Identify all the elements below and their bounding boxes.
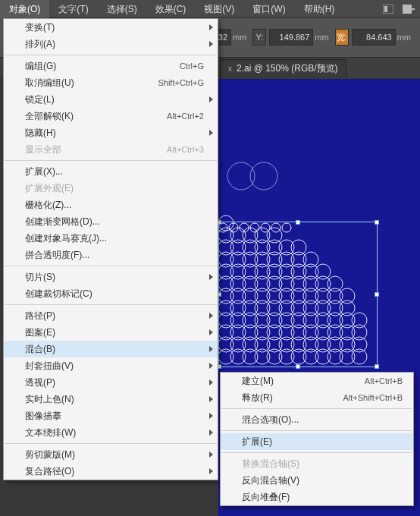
menu-item-label: 封套扭曲(V) [25, 360, 74, 373]
object-menu-item[interactable]: 路径(P) [4, 307, 218, 324]
menu-separator [5, 160, 217, 161]
object-menu-item[interactable]: 隐藏(H) [4, 124, 218, 141]
chevron-right-icon [209, 363, 213, 369]
shortcut-label: Alt+Shift+Ctrl+B [343, 393, 403, 402]
object-menu-item[interactable]: 编组(G)Ctrl+G [4, 58, 218, 74]
y-value[interactable]: 149.867 [269, 29, 313, 46]
menu-item-label: 释放(R) [242, 392, 273, 404]
object-menu-item[interactable]: 创建对象马赛克(J)... [4, 230, 218, 247]
chevron-right-icon [209, 313, 213, 319]
menu-item-label: 反向堆叠(F) [242, 491, 290, 504]
object-menu-item[interactable]: 创建渐变网格(D)... [4, 213, 218, 230]
svg-point-3 [227, 162, 255, 190]
menu-select[interactable]: 选择(S) [98, 0, 146, 18]
menu-item-label: 反向混合轴(V) [242, 474, 299, 487]
blend-submenu-item[interactable]: 建立(M)Alt+Ctrl+B [221, 373, 413, 389]
width-label: 宽: [335, 29, 349, 46]
blend-submenu-item[interactable]: 扩展(E) [221, 433, 413, 450]
menu-item-label: 创建对象马赛克(J)... [25, 232, 107, 245]
dropdown-icon[interactable] [400, 2, 418, 17]
menu-item-label: 创建渐变网格(D)... [25, 216, 100, 228]
blend-submenu-item: 替换混合轴(S) [221, 455, 413, 472]
chevron-right-icon [209, 468, 213, 474]
menu-separator [5, 266, 217, 266]
object-menu-item[interactable]: 拼合透明度(F)... [4, 247, 218, 263]
menu-separator [5, 304, 217, 305]
object-menu-item[interactable]: 取消编组(U)Shift+Ctrl+G [4, 74, 218, 91]
object-menu-item[interactable]: 封套扭曲(V) [4, 357, 218, 374]
chevron-right-icon [209, 41, 213, 47]
menu-item-label: 全部解锁(K) [25, 110, 74, 123]
menu-item-label: 混合(B) [25, 343, 55, 356]
handle-bm[interactable] [296, 364, 300, 369]
svg-point-4 [250, 162, 277, 190]
menu-item-label: 创建裁切标记(C) [25, 288, 92, 300]
menu-item-label: 编组(G) [25, 60, 56, 73]
handle-br[interactable] [375, 364, 379, 369]
menu-item-label: 路径(P) [25, 310, 55, 322]
object-menu-item[interactable]: 切片(S) [4, 269, 218, 285]
menu-object[interactable]: 对象(O) [0, 0, 49, 18]
object-menu-item[interactable]: 栅格化(Z)... [4, 197, 218, 213]
menu-item-label: 拼合透明度(F)... [25, 249, 89, 262]
menu-item-label: 图案(E) [25, 326, 55, 339]
menu-type[interactable]: 文字(T) [49, 0, 97, 18]
object-menu-item[interactable]: 创建裁切标记(C) [4, 285, 218, 302]
object-menu-item[interactable]: 扩展(X)... [4, 163, 218, 180]
chevron-right-icon [209, 396, 213, 402]
object-menu-item[interactable]: 图像描摹 [4, 407, 218, 424]
blend-submenu-item[interactable]: 释放(R)Alt+Shift+Ctrl+B [221, 389, 413, 406]
blend-submenu-item[interactable]: 反向混合轴(V) [221, 472, 413, 489]
object-menu-item[interactable]: 全部解锁(K)Alt+Ctrl+2 [4, 108, 218, 124]
handle-tm[interactable] [296, 220, 300, 225]
menu-separator [221, 452, 412, 453]
shortcut-label: Shift+Ctrl+G [158, 78, 204, 87]
object-menu-item[interactable]: 文本绕排(W) [4, 424, 218, 441]
shortcut-label: Alt+Ctrl+3 [167, 145, 204, 154]
object-menu-item[interactable]: 复合路径(O) [4, 463, 218, 480]
close-icon[interactable]: x [228, 64, 232, 73]
object-menu-item[interactable]: 变换(T) [4, 19, 218, 36]
menu-item-label: 变换(T) [25, 21, 55, 34]
blend-submenu-item[interactable]: 反向堆叠(F) [221, 489, 413, 505]
chevron-right-icon [209, 24, 213, 30]
width-unit: mm [397, 33, 411, 42]
menu-item-label: 混合选项(O)... [242, 414, 299, 426]
menu-item-label: 排列(A) [25, 38, 55, 51]
chevron-right-icon [209, 413, 213, 419]
object-menu-item[interactable]: 混合(B) [4, 341, 218, 357]
menu-help[interactable]: 帮助(H) [295, 0, 344, 18]
y-unit: mm [315, 33, 328, 42]
chevron-right-icon [209, 329, 213, 335]
blend-submenu[interactable]: 建立(M)Alt+Ctrl+B释放(R)Alt+Shift+Ctrl+B混合选项… [220, 372, 414, 506]
chevron-right-icon [209, 274, 213, 280]
layout-icon[interactable] [379, 2, 397, 17]
handle-tr[interactable] [375, 220, 379, 225]
object-menu[interactable]: 变换(T)排列(A)编组(G)Ctrl+G取消编组(U)Shift+Ctrl+G… [3, 18, 218, 480]
menu-item-label: 实时上色(N) [25, 393, 74, 406]
menu-effect[interactable]: 效果(C) [146, 0, 196, 18]
document-tab[interactable]: x 2.ai @ 150% (RGB/预览) [220, 59, 346, 77]
menu-separator [221, 430, 412, 431]
menu-item-label: 透视(P) [25, 376, 55, 389]
object-menu-item[interactable]: 剪切蒙版(M) [4, 446, 218, 463]
menu-item-label: 建立(M) [242, 375, 274, 388]
chevron-right-icon [209, 346, 213, 352]
chevron-right-icon [209, 96, 213, 102]
x-unit: mm [233, 33, 246, 42]
object-menu-item[interactable]: 排列(A) [4, 36, 218, 52]
handle-mr[interactable] [375, 292, 379, 297]
blend-submenu-item[interactable]: 混合选项(O)... [221, 411, 413, 428]
object-menu-item[interactable]: 锁定(L) [4, 91, 218, 108]
menu-item-label: 扩展(X)... [25, 165, 63, 178]
menu-window[interactable]: 窗口(W) [243, 0, 294, 18]
object-menu-item[interactable]: 透视(P) [4, 374, 218, 391]
width-value[interactable]: 84.643 [352, 29, 396, 46]
object-menu-item[interactable]: 图案(E) [4, 324, 218, 341]
svg-rect-2 [403, 5, 412, 14]
menu-item-label: 显示全部 [25, 143, 61, 156]
object-menu-item: 扩展外观(E) [4, 180, 218, 197]
svg-rect-1 [384, 6, 387, 12]
object-menu-item[interactable]: 实时上色(N) [4, 391, 218, 407]
menu-view[interactable]: 视图(V) [195, 0, 243, 18]
